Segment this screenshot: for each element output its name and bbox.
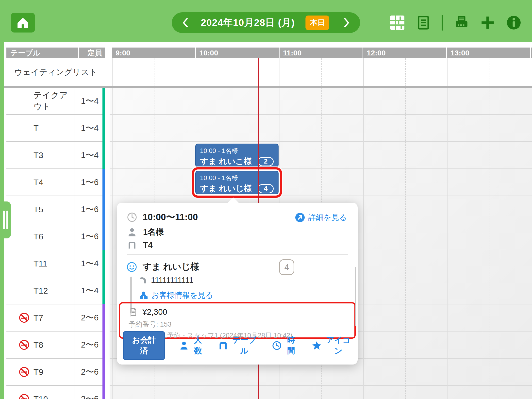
paid-status-button[interactable]: お会計済 [123,331,165,360]
table-capacity: 1〜4 [81,122,99,134]
table-name: T8 [33,340,43,350]
waiting-list-separator [4,86,532,88]
table-name: T4 [33,178,43,187]
sidebar-drawer-handle[interactable] [0,201,11,238]
edit-icon-button[interactable]: アイコン [312,335,352,356]
table-name-cell: T11 [6,250,74,277]
phone-icon [139,276,147,284]
timeline-view-button[interactable] [389,15,405,31]
edit-time-button[interactable]: 時間 [272,335,297,356]
view-details-link[interactable]: 詳細を見る [294,212,348,223]
payment-amount: ¥2,300 [142,307,167,317]
add-reservation-button[interactable] [480,15,496,31]
next-day-button[interactable] [342,17,351,28]
clock-icon [127,212,137,222]
table-capacity-cell: 1〜6 [74,196,105,223]
popup-guest-row: すま れいじ様 [126,261,199,273]
table-capacity-cell: 2〜6 [74,386,105,399]
list-view-button[interactable] [416,15,431,31]
edit-table-button[interactable]: テーブル [218,335,258,356]
table-capacity: 2〜6 [81,366,99,378]
table-group-strip [102,87,105,115]
table-name: T6 [33,232,43,241]
guest-count-badge: 4 [279,259,294,275]
popup-time-row: 10:00〜11:00 [127,211,198,223]
table-capacity-cell: 1〜4 [74,115,105,141]
no-smoking-icon [19,312,30,323]
popup-time-range: 10:00〜11:00 [143,211,198,223]
home-button[interactable] [11,13,35,33]
table-shape-icon [127,240,137,250]
table-row[interactable]: T7 2〜6 [6,304,105,332]
info-button[interactable] [506,15,522,31]
table-name-cell: T [6,115,74,141]
hour-label: 11:00 [283,49,301,57]
table-name-cell: テイクアウト [6,88,74,114]
hour-header-filler [531,48,532,58]
prev-day-button[interactable] [181,17,190,28]
table-capacity: 2〜6 [81,393,99,399]
table-name-cell: T7 [6,304,74,331]
header-bar: 2024年10月28日 (月) 本日 [0,0,532,42]
table-name-cell: T10 [6,386,74,399]
table-name: T12 [33,286,48,296]
sidebar-header: テーブル 定員 [6,48,105,58]
reservation-guest-name: すま れいじ様 [200,183,252,194]
customer-info-link[interactable]: お客様情報を見る [139,290,213,300]
table-name: T9 [33,367,43,377]
hour-header-cell: 12:00 [363,48,446,58]
reservation-guest-name: すま れいこ様 [200,156,252,167]
table-row[interactable]: T5 1〜6 [6,196,105,223]
table-capacity-cell: 2〜6 [74,332,105,358]
table-name: T11 [33,259,47,268]
table-group-strip [102,169,105,196]
column-header-capacity: 定員 [79,48,105,58]
table-row[interactable]: T10 2〜6 [6,386,105,399]
hour-header-cell: 13:00 [447,48,530,58]
printer-icon [454,15,469,31]
popup-scrollbar[interactable] [355,267,356,326]
table-row[interactable]: T12 1〜4 [6,277,105,304]
table-rows: テイクアウト 1〜4 [6,88,105,399]
no-smoking-icon [19,394,30,399]
guest-phone-number: 11111111111 [151,276,193,285]
smiley-icon [126,262,137,272]
info-icon [506,15,522,31]
no-smoking-icon [19,366,30,377]
reservation-count-badge: 4 [258,184,274,193]
current-date-label: 2024年10月28日 (月) [201,16,295,29]
header-toolbar [389,12,522,33]
reservation-time-label: 10:00 - 1名様 [200,174,274,182]
waiting-list-row[interactable]: ウェイティングリスト [6,58,105,86]
popup-table-row: T4 [127,240,153,250]
table-capacity: 1〜6 [81,231,99,242]
table-row[interactable]: T 1〜4 [6,115,105,142]
table-group-strip [102,223,105,250]
table-shape-icon [218,341,228,350]
edit-party-button[interactable]: 人数 [179,335,204,356]
date-navigator: 2024年10月28日 (月) 本日 [172,12,360,33]
chevron-right-icon [344,17,350,28]
table-row[interactable]: T11 1〜4 [6,250,105,277]
table-capacity-cell: 1〜4 [74,88,105,114]
amount-row: ¥2,300 [129,307,354,317]
home-icon [16,16,30,29]
reservation-block[interactable]: 10:00 - 1名様 すま れいこ様 2 [195,144,279,167]
table-row[interactable]: T9 2〜6 [6,359,105,386]
table-name: T3 [33,150,43,160]
table-group-strip [102,385,105,399]
table-group-strip [102,196,105,223]
table-name: T7 [33,313,43,323]
reservation-block[interactable]: 10:00 - 1名様 すま れいじ様 4 [195,171,279,194]
table-row[interactable]: T6 1〜6 [6,223,105,250]
table-capacity: 1〜4 [81,95,99,107]
person-icon [179,341,189,350]
table-row[interactable]: テイクアウト 1〜4 [6,88,105,115]
print-button[interactable] [454,15,469,31]
table-name-cell: T8 [6,332,74,358]
table-row[interactable]: T4 1〜6 [6,169,105,196]
toolbar-divider [442,15,443,31]
table-row[interactable]: T8 2〜6 [6,332,105,359]
table-row[interactable]: T3 1〜4 [6,142,105,169]
table-group-strip [102,358,105,386]
